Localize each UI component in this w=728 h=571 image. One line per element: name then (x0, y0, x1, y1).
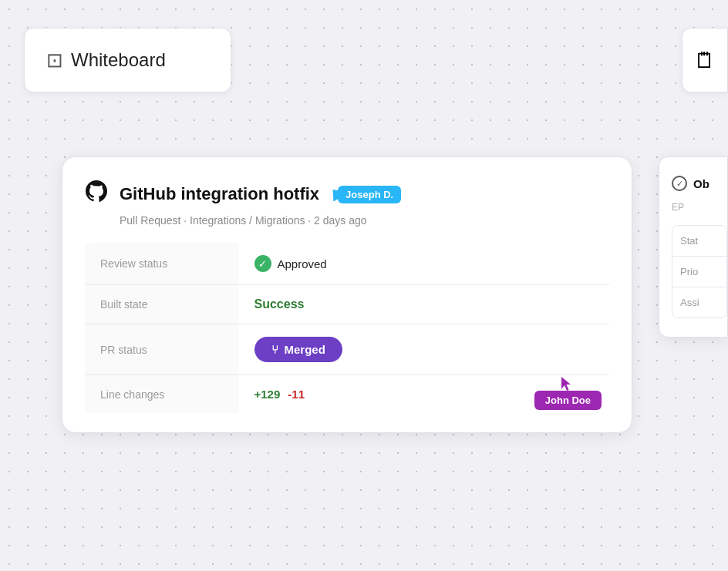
merged-badge: ⑂ Merged (254, 337, 342, 362)
blue-cursor-arrow (329, 186, 343, 201)
approved-check-icon: ✓ (254, 255, 271, 272)
value-review-status: ✓ Approved (239, 243, 610, 285)
additions-text: +129 (254, 388, 281, 401)
right-card-subtitle: EP (672, 202, 727, 213)
value-built-state: Success (239, 285, 610, 324)
right-card-title: Ob (693, 177, 709, 190)
value-pr-status: ⑂ Merged (239, 324, 610, 375)
purple-cursor-label: John Doe (534, 391, 602, 410)
whiteboard-button[interactable]: ⊡ Whiteboard (24, 28, 231, 92)
merge-icon: ⑂ (271, 343, 278, 356)
right-partial-card: ✓ Ob EP Stat Prio Assi (659, 156, 728, 338)
purple-cursor-area: John Doe (534, 377, 602, 410)
card-title: GitHub integration hotfix (120, 184, 319, 204)
label-pr-status: PR status (85, 324, 239, 375)
blue-cursor-area: Joseph D. (330, 186, 401, 203)
table-row-review-status: Review status ✓ Approved (85, 243, 610, 285)
right-row-assi: Assi (672, 287, 726, 317)
notebook-icon: 🗒 (694, 48, 716, 73)
check-outline-icon: ✓ (672, 176, 687, 191)
success-text: Success (254, 297, 305, 311)
right-row-stat: Stat (672, 226, 726, 257)
value-line-changes: +129 -11 John Doe (239, 375, 610, 414)
info-table: Review status ✓ Approved Built state Suc… (84, 242, 610, 414)
whiteboard-label: Whiteboard (71, 49, 166, 71)
github-icon (84, 179, 109, 210)
deletions-text: -11 (288, 388, 305, 401)
main-card: GitHub integration hotfix Joseph D. Pull… (62, 156, 632, 433)
label-built-state: Built state (85, 285, 239, 324)
whiteboard-icon: ⊡ (46, 49, 63, 72)
table-row-pr-status: PR status ⑂ Merged (85, 324, 610, 375)
merged-text: Merged (285, 343, 325, 356)
label-review-status: Review status (85, 243, 239, 285)
card-subtitle: Pull Request · Integrations / Migrations… (120, 214, 610, 227)
approved-text: Approved (278, 257, 327, 270)
top-right-partial-card: 🗒 (682, 28, 728, 92)
table-row-built-state: Built state Success (85, 285, 610, 324)
label-line-changes: Line changes (85, 375, 239, 414)
right-row-prio: Prio (672, 257, 726, 287)
table-row-line-changes: Line changes +129 -11 John Doe (85, 375, 610, 414)
right-table-rows: Stat Prio Assi (672, 225, 727, 318)
